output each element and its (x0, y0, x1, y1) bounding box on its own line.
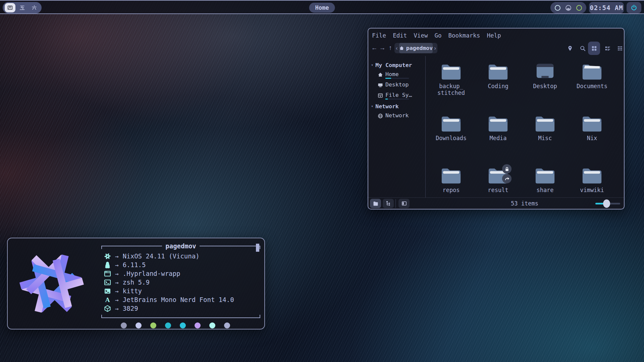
places-pin-button[interactable] (566, 44, 574, 53)
search-button[interactable] (578, 44, 587, 53)
menu-item-edit[interactable]: Edit (392, 32, 408, 40)
indicator-circle-3[interactable] (576, 5, 582, 11)
folder-icon (535, 115, 555, 132)
workspace-button-四[interactable] (5, 3, 15, 12)
menu-item-file[interactable]: File (371, 32, 387, 40)
folder-icon (535, 63, 555, 80)
collapse-triangle-icon: ▾ (371, 104, 373, 109)
fetch-row-value: NixOS 24.11 (Vicuna) (123, 252, 200, 260)
sidebar-item-icon (378, 93, 383, 98)
palette-dot (209, 322, 215, 328)
menu-item-help[interactable]: Help (486, 32, 502, 40)
folder-item-Media[interactable]: Media (475, 112, 522, 164)
sidebar-item-icon (378, 72, 383, 77)
sidebar-item-icon (378, 82, 383, 88)
menu-item-bookmarks[interactable]: Bookmarks (447, 32, 481, 40)
hostname: pagedmov (162, 242, 200, 250)
menu-item-go[interactable]: Go (433, 32, 442, 40)
arrow-icon: → (115, 288, 119, 295)
list-view-icon (604, 45, 611, 52)
fetch-row: → 3829 (101, 304, 260, 313)
path-scroll-right[interactable]: › (433, 45, 437, 52)
top-bar: Home 02:54 AM (0, 0, 644, 14)
folder-icon (441, 167, 462, 184)
pin-icon (567, 45, 573, 52)
folder-label: vimwiki (580, 187, 604, 193)
indicator-circle-1[interactable] (554, 5, 561, 11)
box-line-bottom (101, 314, 260, 318)
show-files-toggle[interactable] (370, 199, 381, 208)
power-button[interactable] (627, 2, 641, 13)
folder-label: Desktop (533, 83, 557, 89)
folder-item-Documents[interactable]: Documents (569, 60, 615, 112)
sidebar-section-header[interactable]: ▾ Network (371, 101, 425, 111)
icon-view-button[interactable] (590, 44, 598, 53)
folder-item-Coding[interactable]: Coding (475, 60, 522, 112)
toolbar: ← → ↑ ‹ pagedmov › (368, 41, 624, 56)
sidebar-item-label: Home (385, 71, 409, 77)
tree-view-toggle[interactable] (383, 199, 394, 208)
folder-item-Downloads[interactable]: Downloads (428, 112, 475, 164)
workspace-button-五[interactable] (17, 3, 28, 12)
workspace-glyph-icon (7, 5, 13, 11)
folder-label: result (488, 187, 508, 193)
folder-label: Media (489, 135, 506, 141)
color-palette (121, 322, 260, 328)
folder-item-Misc[interactable]: Misc (522, 112, 569, 164)
zoom-slider-thumb[interactable] (603, 199, 610, 208)
sidebar-section: ▾ Network Network (371, 101, 425, 122)
up-button[interactable]: ↑ (386, 42, 394, 54)
sidebar-section-header[interactable]: ▾ My Computer (371, 60, 425, 70)
palette-dot (165, 322, 171, 328)
disk-usage-bar (385, 99, 409, 100)
folder-icon (582, 167, 602, 184)
statusbar-separator (395, 199, 396, 208)
grid-view-icon (591, 45, 597, 52)
arrow-icon: → (115, 253, 119, 260)
status-indicators-module (550, 2, 586, 13)
workspace-button-六[interactable] (29, 3, 40, 12)
folder-icon (582, 115, 602, 132)
forward-button[interactable]: → (378, 42, 386, 54)
folder-icon (441, 115, 462, 132)
fetch-row-value: zsh 5.9 (123, 279, 150, 286)
compact-view-button[interactable] (615, 44, 624, 53)
palette-dot (180, 322, 186, 328)
fetch-row-icon (104, 288, 111, 295)
fetch-row-icon (104, 253, 111, 260)
desktop: { "colors": { "accent_cyan": "#2ac3de", … (0, 0, 644, 362)
path-segment-current[interactable]: pagedmov (399, 43, 433, 53)
arrow-icon: → (115, 296, 119, 303)
back-button[interactable]: ← (370, 42, 378, 54)
arrow-icon: → (115, 261, 119, 268)
fetch-row-icon (104, 305, 111, 312)
fetch-row: → JetBrains Mono Nerd Font 14.0 (101, 295, 260, 304)
folder-icon (535, 167, 555, 184)
path-scroll-left[interactable]: ‹ (394, 45, 399, 52)
side-pane-toggle[interactable] (398, 199, 410, 208)
palette-dot (150, 322, 156, 328)
box-line-left (101, 246, 162, 249)
sidebar-item-network[interactable]: Network (378, 111, 425, 122)
sidebar-item-home[interactable]: Home (378, 70, 425, 80)
sidebar-item-label: File Sy… (385, 92, 412, 98)
workspaces-module (3, 2, 42, 13)
folder-item-Desktop[interactable]: Desktop (522, 60, 569, 112)
arrow-icon: → (115, 270, 119, 277)
symlink-emblem-icon (502, 174, 512, 183)
sidebar-item-desktop[interactable]: Desktop (378, 80, 425, 91)
search-icon (580, 45, 586, 52)
list-view-button[interactable] (603, 44, 612, 53)
menu-item-view[interactable]: View (413, 32, 429, 40)
palette-dot (136, 322, 142, 328)
folder-item-backup_stitched[interactable]: backup_stitched (428, 60, 475, 112)
zoom-slider[interactable] (595, 200, 620, 206)
indicator-circle-2[interactable] (565, 5, 572, 11)
folder-item-Nix[interactable]: Nix (569, 112, 615, 164)
fetch-row: → .Hyprland-wrapp (101, 269, 260, 278)
terminal-cursor (256, 244, 259, 252)
workspace-glyph-icon (31, 5, 37, 11)
fetch-row: → NixOS 24.11 (Vicuna) (101, 252, 260, 260)
sidebar-item-filesy[interactable]: File Sy… (378, 91, 425, 101)
item-count: 53 items (425, 198, 624, 209)
